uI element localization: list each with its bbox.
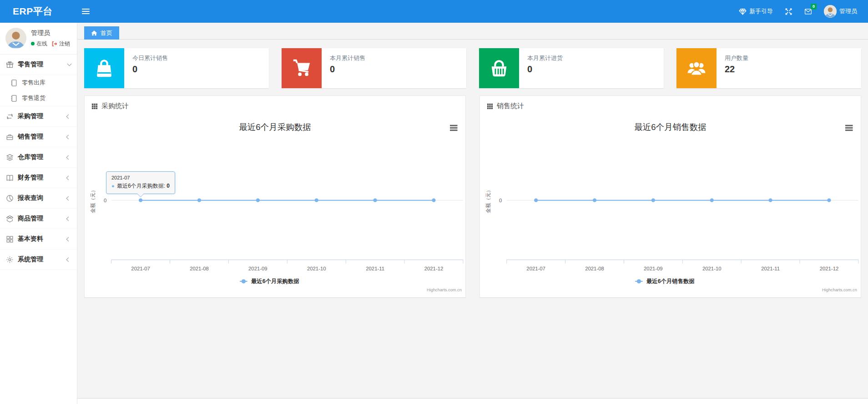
brand-logo[interactable]: ERP平台 (0, 5, 77, 18)
x-axis-tick-label: 2021-09 (248, 266, 267, 271)
sidebar-subitem-label: 零售出库 (22, 79, 71, 87)
sidebar-menu: 零售管理零售出库零售退货采购管理销售管理仓库管理财务管理报表查询商品管理基本资料… (0, 55, 77, 270)
sidebar-item-label: 系统管理 (18, 255, 63, 264)
stat-card-value: 0 (330, 64, 365, 75)
sidebar-item-0[interactable]: 零售管理 (0, 55, 77, 75)
th-grid-icon (91, 103, 98, 110)
purchase-line-chart: 最近6个月采购数据金额（元）02021-072021-082021-092021… (86, 114, 464, 294)
sidebar-item-2[interactable]: 销售管理 (0, 127, 77, 147)
data-point (710, 199, 714, 202)
sidebar-item-label: 销售管理 (18, 133, 63, 141)
data-point (593, 199, 596, 202)
top-navbar: ERP平台 新手引导 0 (0, 0, 868, 23)
chart-area: 最近6个月销售数据金额（元）02021-072021-082021-092021… (480, 113, 861, 297)
navbar-user-name: 管理员 (839, 7, 857, 15)
home-icon (91, 30, 97, 36)
gift-icon (6, 61, 14, 69)
chevron-down-icon (67, 62, 72, 66)
stat-card-2: 本月累计进货0 (479, 48, 664, 88)
guide-label: 新手引导 (749, 7, 773, 15)
legend-label: 最近6个月采购数据 (251, 278, 299, 284)
stat-card-label: 用户数量 (725, 54, 748, 62)
tooltip-category: 2021-07 (111, 175, 170, 180)
x-axis-tick-label: 2021-07 (526, 266, 545, 271)
x-axis-tick-label: 2021-12 (820, 266, 839, 271)
tab-home[interactable]: 首页 (84, 26, 119, 40)
stat-card-value: 0 (132, 64, 168, 75)
stat-card-label: 今日累计销售 (132, 54, 168, 62)
chevron-left-icon (66, 196, 71, 200)
x-axis-tick-label: 2021-08 (585, 266, 604, 271)
stat-card-value: 22 (725, 64, 748, 75)
cart-icon (282, 48, 322, 88)
x-axis-tick-label: 2021-08 (190, 266, 209, 271)
panel-purchase-stats: 采购统计最近6个月采购数据金额（元）02021-072021-082021-09… (84, 95, 466, 298)
online-status-label: 在线 (36, 40, 47, 48)
panel-header: 销售统计 (480, 96, 861, 113)
stat-card-0: 今日累计销售0 (84, 48, 269, 88)
y-axis-title: 金额（元） (90, 187, 96, 213)
sidebar-item-7[interactable]: 基本资料 (0, 229, 77, 249)
sidebar: 管理员 在线 注销 零售管理零售出库零售退货采购管理销售管理仓库管理财务管理报表… (0, 23, 77, 404)
sidebar-item-8[interactable]: 系统管理 (0, 249, 77, 270)
stat-card-3: 用户数量22 (676, 48, 861, 88)
message-count-badge: 0 (811, 4, 817, 10)
chart-title: 最近6个月采购数据 (239, 122, 311, 132)
logout-link[interactable]: 注销 (59, 40, 70, 48)
sidebar-item-label: 基本资料 (18, 235, 63, 243)
logout-icon (51, 41, 57, 47)
fullscreen-button[interactable] (785, 8, 792, 15)
sidebar-item-3[interactable]: 仓库管理 (0, 147, 77, 168)
panel-title: 销售统计 (497, 102, 524, 110)
chart-legend[interactable]: 最近6个月采购数据 (240, 278, 299, 284)
sales-line-chart: 最近6个月销售数据金额（元）02021-072021-082021-092021… (481, 114, 860, 294)
sidebar-item-label: 零售管理 (18, 60, 64, 69)
online-status-dot (31, 42, 35, 45)
sidebar-item-4[interactable]: 财务管理 (0, 168, 77, 188)
sidebar-subitem[interactable]: 零售退货 (0, 90, 77, 106)
messages-button[interactable]: 0 (804, 8, 812, 15)
main-content: 首页 今日累计销售0本月累计销售0本月累计进货0用户数量22 采购统计最近6个月… (77, 23, 868, 398)
x-axis-tick-label: 2021-10 (307, 266, 326, 271)
sidebar-submenu: 零售出库零售退货 (0, 75, 77, 106)
tab-home-label: 首页 (101, 29, 112, 37)
sidebar-item-6[interactable]: 商品管理 (0, 209, 77, 229)
legend-label: 最近6个月销售数据 (646, 278, 695, 284)
sidebar-toggle-button[interactable] (77, 5, 94, 18)
user-menu[interactable]: 管理员 (824, 5, 857, 18)
data-point (651, 199, 655, 202)
chevron-left-icon (66, 135, 71, 139)
chart-legend[interactable]: 最近6个月销售数据 (635, 278, 695, 284)
avatar (5, 28, 26, 49)
shopping-bag-icon (84, 48, 124, 88)
panel-sales-stats: 销售统计最近6个月销售数据金额（元）02021-072021-082021-09… (479, 95, 861, 298)
data-point (256, 199, 260, 202)
ledger-icon (6, 174, 14, 182)
sidebar-item-5[interactable]: 报表查询 (0, 188, 77, 209)
sidebar-subitem[interactable]: 零售出库 (0, 75, 77, 90)
chart-export-menu-icon[interactable] (450, 125, 457, 131)
highcharts-credit[interactable]: Highcharts.com.cn (427, 288, 462, 292)
chart-export-menu-icon[interactable] (845, 125, 853, 131)
sidebar-item-label: 采购管理 (18, 112, 63, 120)
sidebar-item-1[interactable]: 采购管理 (0, 106, 77, 127)
sidebar-subitem-label: 零售退货 (22, 94, 71, 102)
th-grid-icon (487, 103, 493, 110)
footer (77, 398, 868, 404)
series-line[interactable] (534, 199, 831, 202)
stat-card-1: 本月累计销售0 (282, 48, 466, 88)
stat-card-value: 0 (527, 64, 563, 75)
highcharts-credit[interactable]: Highcharts.com.cn (822, 288, 857, 292)
guide-button[interactable]: 新手引导 (739, 7, 773, 15)
x-axis-tick-label: 2021-10 (702, 266, 722, 271)
chart-area: 最近6个月采购数据金额（元）02021-072021-082021-092021… (85, 113, 465, 297)
grid-icon (6, 235, 14, 243)
chevron-left-icon (66, 216, 71, 221)
series-line[interactable] (139, 199, 436, 202)
sidebar-user-name: 管理员 (31, 29, 70, 37)
chevron-left-icon (66, 237, 71, 241)
data-point (768, 199, 772, 202)
repeat-icon (6, 113, 14, 120)
fullscreen-arrows-icon (785, 8, 792, 15)
briefcase-icon (6, 133, 14, 141)
